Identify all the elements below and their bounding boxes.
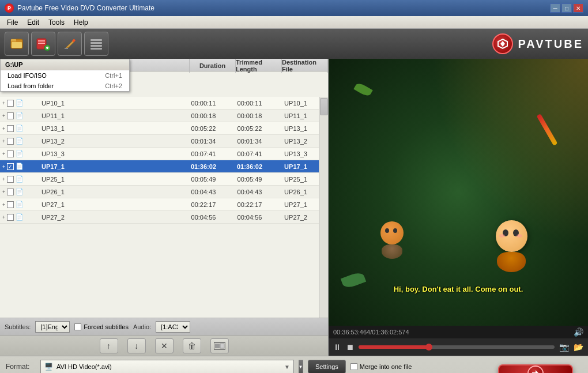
expand-icon[interactable]: + [2, 100, 5, 106]
file-row-UP13_1[interactable]: +📄UP13_100:05:2200:05:22UP13_1 [0, 122, 328, 135]
file-trimmed: 00:00:18 [227, 110, 273, 122]
add-video-button[interactable] [31, 32, 55, 56]
load-folder-item[interactable]: Load from folder Ctrl+2 [1, 81, 129, 91]
row-checkbox[interactable] [7, 125, 14, 132]
trim-button[interactable] [210, 338, 229, 353]
scene-glow [432, 59, 588, 246]
stop-button[interactable]: ⏹ [346, 342, 354, 352]
scrollbar-thumb[interactable] [320, 98, 328, 115]
forced-checkbox[interactable] [74, 323, 81, 330]
audio-select[interactable]: [1:AC3 [156, 321, 190, 333]
file-row-UP11_1[interactable]: +📄UP11_100:00:1800:00:18UP11_1 [0, 110, 328, 122]
menu-help[interactable]: Help [69, 17, 93, 28]
menu-edit[interactable]: Edit [22, 17, 44, 28]
screenshot-button[interactable]: 📷 [559, 342, 569, 352]
folder-open-button[interactable]: 📂 [574, 342, 583, 352]
row-checkbox[interactable] [7, 100, 14, 107]
subtitle-overlay: Hi, boy. Don't eat it all. Come on out. [394, 285, 523, 293]
file-duration: 00:00:11 [180, 97, 227, 109]
character2 [380, 221, 404, 259]
format-dropdown-button[interactable]: ▼ [299, 360, 303, 373]
file-row-UP27_1[interactable]: +📄UP27_100:22:1700:22:17UP27_1 [0, 198, 328, 211]
file-duration: 00:04:43 [180, 186, 227, 198]
header-duration: Duration [190, 59, 236, 73]
file-dest: UP17_1 [273, 160, 319, 172]
merge-checkbox[interactable] [350, 363, 357, 370]
file-name: UP27_1 [39, 198, 180, 210]
row-checkbox[interactable] [7, 201, 14, 208]
file-list[interactable]: +📄UP10_100:00:1100:00:11UP10_1+📄UP11_100… [0, 97, 328, 318]
menu-bar: File Edit Tools Help [0, 16, 588, 29]
file-list-container: Duration Trimmed Length Destination File… [0, 59, 328, 318]
load-ifo-item[interactable]: Load IFO/ISO Ctrl+1 [1, 70, 129, 81]
file-row-UP26_1[interactable]: +📄UP26_100:04:4300:04:43UP26_1 [0, 186, 328, 198]
subtitle-select[interactable]: [1]Engl [35, 321, 70, 333]
file-trimmed: 00:01:34 [227, 135, 273, 147]
edit-button[interactable] [58, 32, 82, 56]
file-row-UP25_1[interactable]: +📄UP25_100:05:4900:05:49UP25_1 [0, 173, 328, 186]
merge-check[interactable]: Merge into one file [350, 363, 412, 370]
file-dest: UP10_1 [273, 97, 319, 109]
maximize-button[interactable]: □ [561, 3, 572, 13]
row-checkbox[interactable]: ✓ [7, 163, 14, 170]
delete-button[interactable]: 🗑 [183, 338, 201, 353]
file-trimmed: 01:36:02 [227, 160, 273, 172]
expand-icon[interactable]: + [2, 126, 5, 131]
file-row-UP10_1[interactable]: +📄UP10_100:00:1100:00:11UP10_1 [0, 97, 328, 110]
format-select[interactable]: 🖥️ AVI HD Video(*.avi) ▼ [40, 360, 294, 373]
file-row-UP13_2[interactable]: +📄UP13_200:01:3400:01:34UP13_2 [0, 135, 328, 148]
file-trimmed: 00:04:56 [227, 211, 273, 223]
bottom-left: Format: 🖥️ AVI HD Video(*.avi) ▼ ▼ Setti… [6, 360, 489, 373]
header-dest: Destination File [282, 59, 328, 73]
list-button[interactable] [84, 32, 108, 56]
move-up-button[interactable]: ↑ [100, 338, 118, 353]
svg-rect-10 [65, 48, 68, 49]
char-head [496, 220, 527, 252]
row-checkbox[interactable] [7, 138, 14, 145]
svg-rect-13 [91, 45, 102, 47]
forced-subtitles-check[interactable]: Forced subtitles [74, 323, 129, 330]
file-icon: 📄 [16, 150, 24, 157]
expand-icon[interactable]: + [2, 189, 5, 195]
pause-button[interactable]: ⏸ [333, 342, 341, 352]
file-row-UP17_1[interactable]: +✓📄UP17_101:36:0201:36:02UP17_1 [0, 160, 328, 173]
progress-bar[interactable] [359, 345, 555, 349]
file-row-UP13_3[interactable]: +📄UP13_300:07:4100:07:41UP13_3 [0, 148, 328, 160]
menu-tools[interactable]: Tools [44, 17, 69, 28]
row-checkbox[interactable] [7, 214, 14, 221]
right-panel: Hi, boy. Don't eat it all. Come on out. … [329, 59, 588, 356]
open-file-button[interactable] [5, 32, 29, 56]
volume-icon[interactable]: 🔊 [574, 327, 583, 337]
expand-icon[interactable]: + [2, 164, 5, 169]
expand-icon[interactable]: + [2, 176, 5, 182]
expand-icon[interactable]: + [2, 138, 5, 144]
expand-icon[interactable]: + [2, 151, 5, 157]
scrollbar[interactable] [319, 97, 328, 318]
file-row-UP27_2[interactable]: +📄UP27_200:04:5600:04:56UP27_2 [0, 211, 328, 224]
subtitle-audio-controls: Subtitles: [1]Engl Forced subtitles Audi… [0, 318, 328, 335]
video-controls: ⏸ ⏹ 📷 📂 [329, 338, 588, 356]
svg-rect-5 [38, 43, 45, 44]
remove-button[interactable]: ✕ [155, 338, 174, 353]
expand-icon[interactable]: + [2, 202, 5, 208]
row-checkbox[interactable] [7, 112, 14, 119]
settings-button[interactable]: Settings [308, 360, 346, 373]
minimize-button[interactable]: ─ [550, 3, 560, 13]
row-checkbox[interactable] [7, 189, 14, 195]
folder-dropdown[interactable]: G:\UP Load IFO/ISO Ctrl+1 Load from fold… [0, 59, 130, 92]
row-checkbox[interactable] [7, 176, 14, 183]
file-name: UP11_1 [39, 110, 180, 122]
bottom-content: Format: 🖥️ AVI HD Video(*.avi) ▼ ▼ Setti… [6, 360, 582, 373]
convert-button[interactable]: Convert [498, 364, 573, 373]
expand-icon[interactable]: + [2, 214, 5, 220]
dropdown-header[interactable]: G:\UP [1, 59, 129, 70]
format-label: Format: [6, 363, 36, 371]
menu-file[interactable]: File [2, 17, 22, 28]
file-name: UP25_1 [39, 173, 180, 185]
progress-thumb[interactable] [425, 344, 432, 351]
move-down-button[interactable]: ↓ [127, 338, 146, 353]
file-icon: 📄 [16, 201, 24, 208]
close-button[interactable]: ✕ [573, 3, 583, 13]
expand-icon[interactable]: + [2, 113, 5, 119]
row-checkbox[interactable] [7, 150, 14, 157]
